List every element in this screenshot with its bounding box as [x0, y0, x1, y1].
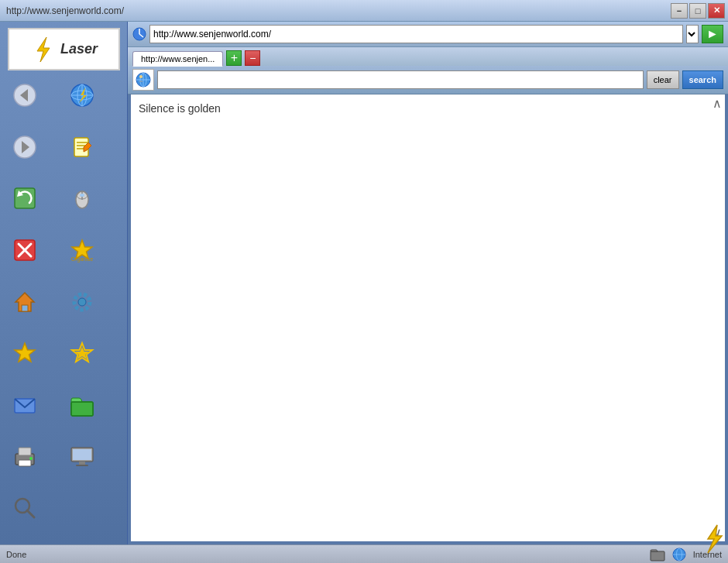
page-content: Silence is golden ∧ ∨ [131, 94, 725, 541]
printer-button[interactable] [8, 440, 42, 474]
search-bar: clear search [128, 66, 728, 94]
svg-rect-39 [19, 460, 31, 466]
title-url: http://www.senjenworld.com/ [6, 5, 124, 16]
mouse-icon [68, 184, 96, 212]
tabs-area: http://www.senjen... + − [128, 47, 728, 66]
star2-button[interactable] [65, 336, 99, 370]
search-globe-icon [132, 69, 154, 91]
search-input[interactable] [157, 70, 644, 89]
minimize-button[interactable]: − [671, 3, 688, 19]
address-bar[interactable] [149, 25, 683, 43]
home-icon [11, 288, 39, 316]
gear-button[interactable] [65, 285, 99, 319]
svg-point-40 [29, 457, 33, 460]
svg-rect-38 [19, 448, 31, 455]
mouse-button[interactable] [65, 181, 99, 215]
star-icon [11, 339, 39, 367]
close-button[interactable]: ✕ [708, 3, 725, 19]
svg-rect-43 [79, 462, 85, 465]
email-icon [11, 391, 39, 419]
svg-rect-28 [22, 305, 28, 311]
search-icon [11, 494, 39, 522]
address-dropdown[interactable] [686, 25, 699, 43]
tab-close-button[interactable]: − [245, 50, 260, 66]
sidebar-icons: Organise [0, 74, 127, 544]
nav-bar: ► [128, 22, 728, 47]
svg-rect-44 [76, 465, 88, 466]
search-button[interactable] [8, 491, 42, 525]
svg-line-46 [27, 510, 34, 517]
delete-button[interactable] [8, 233, 42, 267]
search-submit-button[interactable]: search [682, 70, 723, 89]
globe-button[interactable] [65, 78, 99, 112]
svg-marker-31 [15, 343, 35, 362]
folder-button[interactable] [65, 388, 99, 422]
back-button[interactable] [8, 78, 42, 112]
delete-icon [11, 236, 39, 264]
email-button[interactable] [8, 388, 42, 422]
content-area: ► http://www.senjen... + − [128, 22, 728, 544]
refresh-icon [11, 184, 39, 212]
svg-text:Organise: Organise [71, 256, 94, 263]
refresh-button[interactable] [8, 181, 42, 215]
status-internet-icon [671, 547, 687, 562]
svg-rect-35 [71, 402, 93, 416]
monitor-icon [68, 443, 96, 471]
svg-point-54 [139, 75, 143, 78]
star2-icon [68, 339, 96, 367]
sidebar-logo: Laser [8, 28, 120, 70]
internet-label: Internet [693, 550, 722, 559]
title-bar-buttons: − □ ✕ [671, 3, 725, 19]
scroll-down-arrow[interactable]: ∨ [713, 525, 722, 540]
tab-add-button[interactable]: + [226, 50, 242, 66]
status-bar: Done Internet [0, 544, 728, 563]
page-content-text: Silence is golden [139, 102, 717, 115]
svg-rect-55 [651, 551, 664, 561]
organise-button[interactable]: Organise [65, 233, 99, 267]
status-right: Internet [650, 547, 722, 562]
logo-text: Laser [60, 41, 98, 57]
svg-marker-0 [37, 37, 50, 62]
forward-button[interactable] [8, 130, 42, 164]
clear-button[interactable]: clear [647, 70, 679, 89]
go-button[interactable]: ► [702, 25, 723, 43]
folder-icon [68, 391, 96, 419]
browser-area: Laser [0, 22, 728, 544]
svg-point-29 [78, 298, 86, 306]
status-folder-icon [650, 547, 665, 562]
monitor-button[interactable] [65, 440, 99, 474]
printer-icon [11, 443, 39, 471]
status-text: Done [6, 550, 26, 559]
home-button[interactable] [8, 285, 42, 319]
sidebar: Laser [0, 22, 128, 544]
edit-button[interactable] [65, 130, 99, 164]
tab-0[interactable]: http://www.senjen... [132, 51, 223, 67]
logo-bolt-icon [29, 36, 57, 64]
maximize-button[interactable]: □ [689, 3, 706, 19]
page-loading-icon [132, 27, 146, 41]
gear-icon [68, 288, 96, 316]
globe-icon [68, 81, 96, 109]
back-icon [11, 81, 39, 109]
scroll-up-arrow[interactable]: ∧ [713, 96, 722, 111]
svg-rect-42 [73, 449, 91, 460]
organise-icon: Organise [68, 236, 96, 264]
svg-point-21 [80, 194, 84, 197]
title-bar: http://www.senjenworld.com/ − □ ✕ [0, 0, 728, 22]
star-button[interactable] [8, 336, 42, 370]
forward-icon [11, 133, 39, 161]
edit-icon [68, 133, 96, 161]
